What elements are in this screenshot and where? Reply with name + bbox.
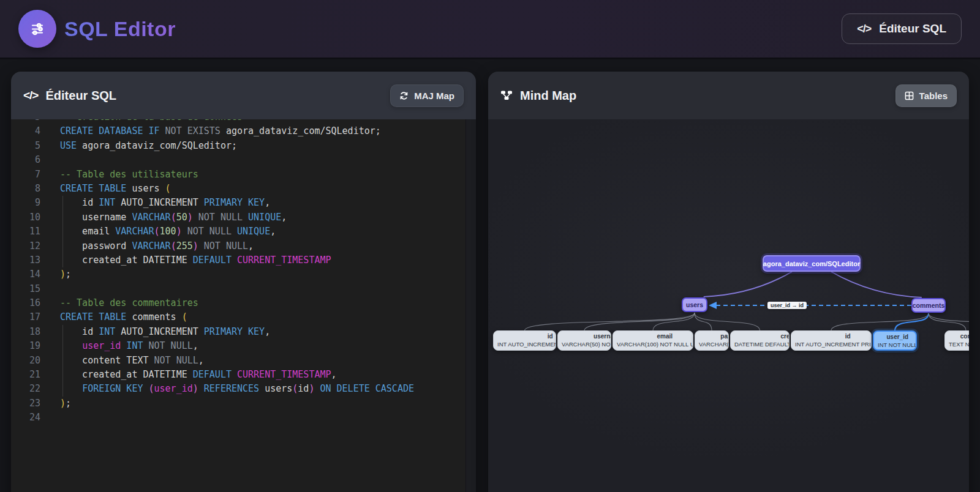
mindmap-canvas[interactable]: agora_dataviz_com/SQLeditoruserscomments… [488, 119, 969, 492]
edge-table-to-column [929, 313, 966, 330]
column-name: password [699, 333, 729, 341]
code-line-text: -- Table des utilisateurs [40, 168, 198, 182]
line-number: 24 [11, 411, 40, 425]
column-node-content: user_idINT NOT NULL [878, 334, 917, 349]
line-number: 23 [11, 397, 40, 411]
tables-button-label: Tables [919, 91, 948, 101]
code-line-text: CREATE DATABASE IF NOT EXISTS agora_data… [40, 124, 381, 138]
column-type: INT AUTO_INCREMENT PRIMARY KEY [497, 341, 556, 349]
indent-guide [62, 382, 63, 396]
edge-table-to-column [653, 313, 695, 330]
sliders-icon [28, 20, 47, 38]
mindmap-column-node[interactable]: emailVARCHAR(100) NOT NULL UNIQUE [612, 330, 693, 351]
mindmap-column-node[interactable]: created_atDATETIME DEFAULT CURRENT_TIMES… [730, 330, 790, 351]
code-line-text: id INT AUTO_INCREMENT PRIMARY KEY, [40, 196, 270, 210]
code-line-text: USE agora_dataviz_com/SQLeditor; [40, 139, 237, 153]
app-title: SQL Editor [64, 17, 176, 41]
code-line: 20 content TEXT NOT NULL, [11, 354, 466, 368]
column-name: id [795, 333, 872, 341]
column-node-content: usernameVARCHAR(50) NOT NULL UNIQUE [562, 333, 611, 349]
column-node-content: idINT AUTO_INCREMENT PRIMARY KEY [497, 333, 556, 349]
indent-guide [62, 253, 63, 267]
mindmap-column-node[interactable]: contentTEXT NOT NULL [944, 330, 969, 351]
column-type: INT AUTO_INCREMENT PRIMARY KEY [795, 341, 872, 349]
mindmap-column-node[interactable]: usernameVARCHAR(50) NOT NULL UNIQUE [557, 330, 611, 351]
edge-table-to-column [695, 313, 712, 330]
line-number: 16 [11, 296, 40, 310]
line-number: 6 [11, 153, 40, 167]
mindmap-panel-title: Mind Map [520, 89, 576, 103]
edge-foreign-key [895, 313, 929, 330]
code-line-text: username VARCHAR(50) NOT NULL UNIQUE, [40, 211, 287, 225]
mindmap-table-node[interactable]: comments [911, 298, 946, 313]
relation-arrowhead [709, 302, 717, 309]
indent-guide [62, 239, 63, 253]
code-line-text: -- Table des commentaires [40, 296, 198, 310]
code-line: 11 email VARCHAR(100) NOT NULL UNIQUE, [11, 225, 466, 239]
mindmap-root-node[interactable]: agora_dataviz_com/SQLeditor [763, 255, 861, 272]
column-name: id [497, 333, 556, 341]
mindmap-column-node[interactable]: user_idINT NOT NULL [873, 330, 917, 351]
sql-code-editor[interactable]: 3-- Création de la base de données4CREAT… [11, 119, 466, 492]
line-number: 4 [11, 124, 40, 138]
editor-panel: </> Éditeur SQL MAJ Map 3-- Création de … [11, 72, 476, 492]
column-name: username [562, 333, 611, 341]
code-line: 15 [11, 282, 466, 296]
code-line-text: ); [40, 397, 71, 411]
edge-root-to-table [831, 272, 922, 297]
refresh-icon [399, 91, 409, 100]
line-number: 21 [11, 368, 40, 382]
grid-icon [905, 91, 914, 100]
tables-button[interactable]: Tables [895, 84, 957, 107]
code-line: 19 user_id INT NOT NULL, [11, 339, 466, 353]
column-type: INT NOT NULL [878, 341, 917, 349]
mindmap-column-node[interactable]: idINT AUTO_INCREMENT PRIMARY KEY [791, 330, 872, 351]
indent-guide [62, 225, 63, 239]
indent-guide [62, 368, 63, 382]
editor-sql-button-label: Éditeur SQL [879, 22, 946, 35]
indent-guide [62, 196, 63, 210]
line-number: 10 [11, 211, 40, 225]
code-line: 22 FOREIGN KEY (user_id) REFERENCES user… [11, 382, 466, 396]
line-number: 3 [11, 119, 40, 124]
indent-guide [62, 339, 63, 353]
line-number: 17 [11, 310, 40, 324]
code-line: 21 created_at DATETIME DEFAULT CURRENT_T… [11, 368, 466, 382]
column-name: user_id [878, 334, 917, 341]
line-number: 15 [11, 282, 40, 296]
mindmap-table-node[interactable]: users [682, 297, 707, 312]
indent-guide [62, 325, 63, 339]
mindmap-column-node[interactable]: passwordVARCHAR(255) NOT NULL [695, 330, 729, 351]
maj-map-button-label: MAJ Map [414, 91, 454, 101]
editor-sql-button[interactable]: </> Éditeur SQL [842, 13, 962, 44]
editor-panel-header: </> Éditeur SQL MAJ Map [11, 72, 476, 119]
code-line-text: CREATE TABLE users ( [40, 182, 171, 196]
line-number: 22 [11, 382, 40, 396]
code-line-text [40, 282, 60, 296]
maj-map-button[interactable]: MAJ Map [390, 84, 464, 107]
code-line: 5USE agora_dataviz_com/SQLeditor; [11, 139, 466, 153]
editor-scrollbar[interactable] [466, 119, 476, 492]
code-line: 12 password VARCHAR(255) NOT NULL, [11, 239, 466, 253]
mindmap-panel: Mind Map Tables agora_dataviz_com/SQLedi… [488, 72, 969, 492]
line-number: 11 [11, 225, 40, 239]
code-line: 10 username VARCHAR(50) NOT NULL UNIQUE, [11, 211, 466, 225]
code-line-text: -- Création de la base de données [40, 119, 243, 124]
code-line: 4CREATE DATABASE IF NOT EXISTS agora_dat… [11, 124, 466, 138]
app-logo [18, 10, 56, 48]
column-name: created_at [734, 333, 790, 341]
column-type: VARCHAR(255) NOT NULL [699, 341, 729, 349]
line-number: 20 [11, 354, 40, 368]
code-line: 9 id INT AUTO_INCREMENT PRIMARY KEY, [11, 196, 466, 210]
column-node-content: idINT AUTO_INCREMENT PRIMARY KEY [795, 333, 872, 349]
line-number: 8 [11, 182, 40, 196]
column-node-content: emailVARCHAR(100) NOT NULL UNIQUE [617, 333, 693, 349]
code-line-text: user_id INT NOT NULL, [40, 339, 198, 353]
code-line: 13 created_at DATETIME DEFAULT CURRENT_T… [11, 253, 466, 267]
app-header: SQL Editor </> Éditeur SQL [0, 0, 980, 59]
mindmap-column-node[interactable]: idINT AUTO_INCREMENT PRIMARY KEY [493, 330, 556, 351]
relation-edge-label: user_id → id [767, 302, 807, 309]
code-line: 16-- Table des commentaires [11, 296, 466, 310]
line-number: 5 [11, 139, 40, 153]
code-icon: </> [23, 89, 38, 102]
